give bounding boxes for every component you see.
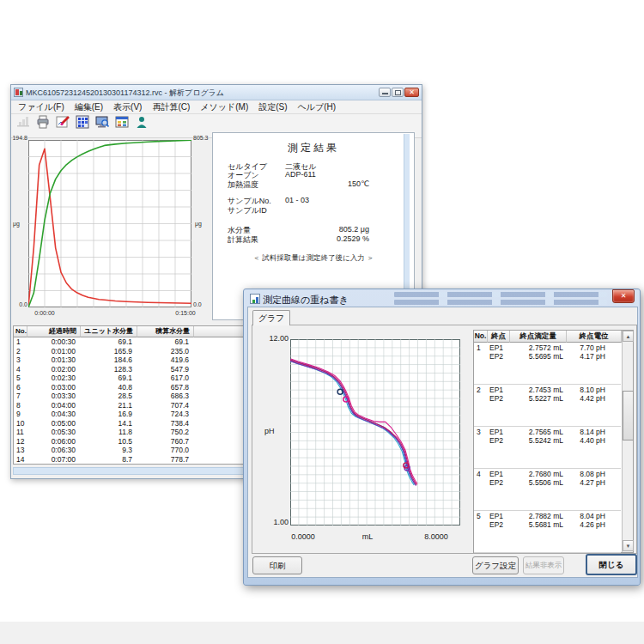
user-icon[interactable] (132, 115, 151, 137)
table-cell: 617.0 (137, 374, 189, 383)
tab-graph[interactable]: グラフ (252, 310, 290, 325)
print-icon[interactable] (33, 115, 52, 137)
menu-item-1[interactable]: 編集(E) (70, 101, 108, 113)
results-note: ＜ 試料採取量は測定終了後に入力 ＞ (213, 253, 414, 264)
graph-settings-button[interactable]: グラフ設定 (472, 556, 519, 574)
ep-name: EP2 (489, 520, 503, 529)
ep-potential: 4.26 pH (580, 520, 605, 529)
glass-reflection (394, 292, 607, 297)
ep-potential: 8.14 pH (580, 428, 605, 436)
ep-table-group: 3EP12.7565 mL8.14 pHEP25.5242 mL4.40 pH (474, 427, 621, 469)
table-cell: 4 (14, 365, 22, 374)
ep-volume: 2.7565 mL (529, 428, 563, 436)
ep-table-scrollbar[interactable]: ▲▼ (622, 331, 633, 552)
close-button[interactable]: 閉じる (586, 554, 637, 575)
menu-item-0[interactable]: ファイル(F) (13, 101, 70, 113)
ep-volume: 5.5506 mL (529, 478, 563, 487)
axis-x-end: 0:15:00 (164, 310, 207, 316)
ep-table-header-2[interactable]: 終点滴定量 (510, 331, 567, 343)
table-cell: 184.6 (81, 355, 132, 365)
close-icon[interactable]: ✕ (404, 88, 419, 97)
ml-axis-min: 0.0000 (277, 532, 329, 541)
moisture-chart (28, 140, 191, 307)
maximize-icon[interactable] (392, 88, 404, 97)
calc-grid-icon[interactable] (73, 115, 92, 137)
main-window-title: MKC6105723124520130301174312.rvc - 解析プログ… (26, 88, 224, 99)
table-header-3[interactable]: 積算水分量 (137, 326, 194, 337)
ep-table-group: 4EP12.7680 mL8.08 pHEP25.5506 mL4.27 pH (474, 469, 621, 511)
table-cell: 738.4 (137, 419, 189, 428)
ep-name: EP2 (489, 394, 503, 403)
table-cell: 0:06:00 (27, 437, 76, 447)
ep-volume: 2.7572 mL (529, 343, 563, 352)
close-icon[interactable]: ✕ (612, 289, 635, 303)
table-cell: 28.5 (81, 392, 132, 401)
ep-group-number: 5 (477, 512, 481, 520)
table-cell: 0:05:00 (27, 419, 76, 428)
table-cell: 0:04:00 (27, 401, 76, 410)
ep-volume: 2.7680 mL (529, 470, 563, 478)
table-cell: 724.3 (137, 410, 189, 419)
ep-table-header-1[interactable]: 終点 (488, 331, 510, 343)
table-header-1[interactable]: 経過時間 (27, 326, 81, 337)
table-cell: 770.0 (137, 446, 189, 455)
table-cell: 2 (14, 347, 22, 356)
menu-item-5[interactable]: 設定(S) (253, 101, 292, 113)
menu-item-2[interactable]: 表示(V) (108, 101, 147, 113)
ep-group-number: 3 (477, 428, 481, 436)
ml-axis-max: 8.0000 (410, 532, 462, 541)
result-field-value: 150℃ (348, 179, 369, 188)
scroll-up-icon[interactable]: ▲ (623, 331, 634, 342)
table-cell: 707.4 (137, 401, 189, 410)
ep-group-number: 1 (477, 343, 481, 352)
ph-axis-min: 1.00 (256, 518, 289, 526)
table-cell: 0:04:30 (27, 410, 76, 419)
table-cell: 5 (14, 374, 22, 383)
ep-name: EP2 (489, 436, 503, 445)
table-cell: 0:07:00 (27, 455, 76, 465)
ep-name: EP2 (489, 352, 503, 361)
page-bottom-band (0, 622, 644, 644)
monitor-search-icon[interactable] (93, 115, 112, 137)
table-cell: 778.7 (137, 455, 189, 465)
menu-item-4[interactable]: メソッド(M) (195, 101, 253, 113)
menu-bar: ファイル(F)編集(E)表示(V)再計算(C)メソッド(M)設定(S)ヘルプ(H… (11, 100, 422, 114)
graph-pen-icon[interactable] (53, 115, 72, 137)
results-title: 測定結果 (213, 141, 414, 155)
table-cell: 0:01:30 (27, 355, 76, 365)
result-field-label: 加熱温度 (228, 179, 258, 191)
ep-name: EP1 (489, 512, 503, 520)
ep-name: EP1 (489, 470, 503, 478)
ep-name: EP1 (489, 343, 503, 352)
print-button[interactable]: 印刷 (252, 556, 302, 574)
scrollbar-thumb[interactable] (623, 391, 634, 440)
window-grid-icon[interactable] (112, 115, 131, 137)
ep-volume: 5.5695 mL (529, 352, 563, 361)
axis-x-start: 0:00:00 (23, 310, 66, 316)
table-cell: 14.1 (81, 419, 132, 428)
table-cell: 12 (14, 437, 22, 447)
ep-table-header-3[interactable]: 終点電位 (567, 331, 622, 343)
menu-item-3[interactable]: 再計算(C) (147, 101, 195, 113)
table-cell: 0:03:30 (27, 392, 76, 401)
ep-table-header-0[interactable]: No. (474, 331, 488, 343)
table-cell: 8.7 (81, 455, 132, 465)
axis-left-unit: μg (13, 221, 20, 227)
table-header-0[interactable]: No. (14, 326, 27, 337)
dialog-client: グラフ 12.00 1.00 pH 0.0000 mL 8.0000 No.終点… (247, 307, 638, 578)
table-cell: 13 (14, 446, 22, 455)
desktop: MKC6105723124520130301174312.rvc - 解析プログ… (0, 0, 644, 644)
main-window-titlebar[interactable]: MKC6105723124520130301174312.rvc - 解析プログ… (11, 85, 422, 100)
ep-volume: 5.5227 mL (529, 394, 563, 403)
report-icon (14, 115, 33, 137)
result-field-label: 計算結果 (228, 234, 258, 246)
ep-potential: 4.42 pH (580, 394, 605, 403)
table-header-2[interactable]: ユニット水分量 (81, 326, 137, 337)
axis-left-max: 194.8 (11, 135, 27, 141)
menu-item-6[interactable]: ヘルプ(H) (293, 101, 342, 113)
dialog-title: 測定曲線の重ね書き (263, 294, 349, 307)
result-field-value: 805.2 μg (339, 225, 369, 234)
minimize-icon[interactable] (379, 88, 391, 97)
scroll-down-icon[interactable]: ▼ (623, 540, 634, 551)
ep-volume: 2.7453 mL (529, 386, 563, 394)
